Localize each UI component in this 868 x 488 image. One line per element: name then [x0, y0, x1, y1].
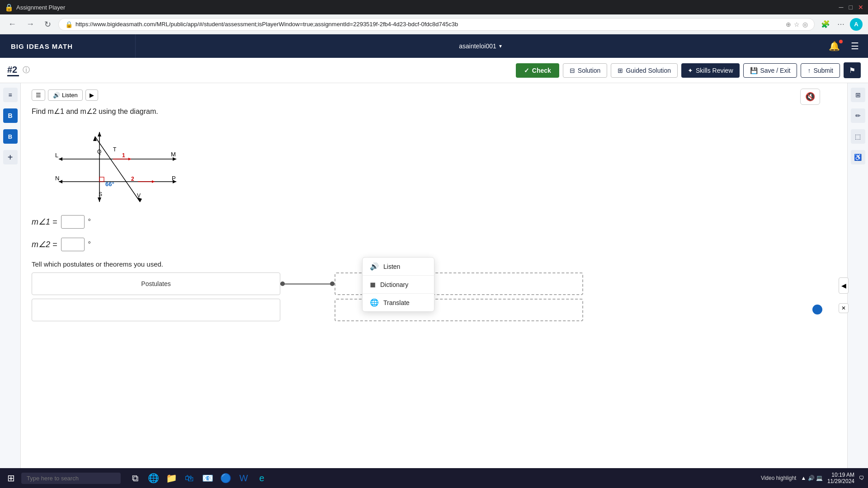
screenshot-btn[interactable]: ⬚ [851, 129, 865, 144]
listen-menu-btn[interactable]: ☰ [32, 89, 45, 101]
svg-text:S: S [99, 191, 102, 197]
header-right: 🔔 ☰ [825, 39, 868, 53]
url-text: https://www.bigideasmath.com/MRL/public/… [75, 21, 781, 28]
forward-button[interactable]: → [24, 18, 37, 31]
svg-text:Q: Q [97, 149, 101, 155]
save-exit-button[interactable]: 💾 Save / Exit [743, 63, 797, 78]
question-number-wrap: #2 [7, 65, 19, 76]
username: asainteloi001 [459, 42, 496, 50]
context-listen-label: Listen [383, 263, 400, 270]
menu-btn[interactable]: ☰ [847, 39, 863, 53]
sidebar-left: ≡ B B + [0, 83, 21, 488]
app-header: BIG IDEAS MATH asainteloi001 ▾ 🔔 ☰ [0, 34, 868, 58]
taskbar-app-outlook[interactable]: 📧 [199, 470, 216, 486]
sidebar-expand-btn[interactable]: ✕ [839, 303, 849, 313]
svg-marker-22 [128, 158, 131, 160]
taskbar-app-view[interactable]: ⧉ [127, 470, 143, 486]
submit-icon: ↑ [807, 67, 811, 74]
svg-text:P: P [172, 175, 176, 182]
back-button[interactable]: ← [5, 18, 19, 31]
taskbar-time-display: 10:19 AM [827, 472, 854, 478]
svg-rect-27 [99, 177, 104, 182]
context-dictionary-label: Dictionary [380, 281, 408, 288]
user-chevron-icon: ▾ [499, 43, 502, 49]
close-btn[interactable]: ✕ [858, 4, 863, 11]
maximize-btn[interactable]: □ [849, 4, 853, 11]
svg-text:N: N [55, 175, 59, 182]
taskbar-right: Video highlight ▲ 🔊 💻 10:19 AM 11/29/202… [761, 472, 864, 484]
taskbar-system-icons: ▲ 🔊 💻 [801, 475, 823, 481]
accessibility-btn[interactable]: ♿ [851, 150, 865, 164]
context-translate-icon: 🌐 [370, 298, 379, 307]
b2-btn[interactable]: B [3, 129, 18, 144]
lock-btn[interactable]: 🔇 [800, 89, 820, 105]
solution-icon: ⊟ [570, 67, 575, 74]
angle2-input[interactable] [61, 238, 85, 251]
play-btn[interactable]: ▶ [85, 89, 98, 101]
profile-btn[interactable]: ⋯ [835, 18, 846, 30]
context-menu: 🔊 Listen ◼ Dictionary 🌐 Translate [362, 257, 434, 312]
extensions-btn[interactable]: 🧩 [819, 18, 832, 30]
svg-marker-10 [98, 132, 101, 136]
context-translate-item[interactable]: 🌐 Translate [363, 294, 434, 311]
minimize-btn[interactable]: ─ [839, 4, 844, 11]
window-controls: ─ □ ✕ [839, 4, 863, 11]
angle2-degree: ° [88, 240, 91, 249]
notification-badge [839, 40, 843, 43]
add-btn[interactable]: + [3, 150, 18, 164]
draw-btn[interactable]: ✏ [851, 108, 865, 123]
skills-icon: ✦ [688, 67, 693, 74]
taskbar-search-input[interactable] [21, 473, 121, 484]
info-icon[interactable]: ⓘ [23, 66, 30, 75]
taskbar-app-folder[interactable]: 📁 [163, 470, 179, 486]
taskbar-app-chrome[interactable]: 🔵 [217, 470, 234, 486]
postulate-box-left-2[interactable] [32, 299, 280, 321]
tab-title: Assignment Player [16, 4, 65, 11]
blue-circle-btn[interactable] [812, 305, 822, 314]
taskbar-clock: 10:19 AM 11/29/2024 [827, 472, 854, 484]
content-area: 🔇 ☰ 🔊 Listen ▶ Find m∠1 and m∠2 using th… [21, 83, 847, 488]
check-icon: ✓ [524, 67, 529, 74]
context-dictionary-item[interactable]: ◼ Dictionary [363, 276, 434, 293]
address-bar[interactable]: 🔒 https://www.bigideasmath.com/MRL/publi… [58, 18, 815, 31]
taskbar-app-word[interactable]: W [236, 470, 252, 486]
taskbar-app-store[interactable]: 🛍 [181, 470, 198, 486]
sidebar-toggle-btn[interactable]: ◀ [839, 277, 849, 294]
taskbar-notification-icon[interactable]: 🗨 [859, 475, 864, 481]
listen-btn[interactable]: 🔊 Listen [48, 89, 83, 101]
svg-text:V: V [137, 192, 141, 199]
flag-icon: ⚑ [849, 66, 855, 74]
postulate-box-left[interactable]: Postulates [32, 272, 280, 295]
check-button[interactable]: ✓ Check [516, 63, 559, 78]
skills-review-button[interactable]: ✦ Skills Review [681, 63, 739, 78]
taskbar-date-display: 11/29/2024 [827, 478, 854, 484]
notification-btn[interactable]: 🔔 [825, 39, 844, 53]
brand-text: BIG IDEAS MATH [11, 42, 73, 50]
browser-actions: 🧩 ⋯ A [819, 18, 863, 31]
profile-avatar[interactable]: A [850, 18, 863, 31]
taskbar-app-edge[interactable]: 🌐 [145, 470, 161, 486]
guided-solution-button[interactable]: ⊞ Guided Solution [611, 63, 678, 78]
svg-text:2: 2 [131, 176, 134, 182]
solution-button[interactable]: ⊟ Solution [563, 63, 608, 78]
taskbar-apps: ⧉ 🌐 📁 🛍 📧 🔵 W e [127, 470, 270, 486]
taskbar-app-edge2[interactable]: e [254, 470, 270, 486]
submit-button[interactable]: ↑ Submit [801, 63, 840, 78]
connector-dot-left [280, 282, 285, 286]
svg-marker-2 [59, 157, 62, 161]
context-listen-item[interactable]: 🔊 Listen [363, 258, 434, 275]
user-menu[interactable]: asainteloi001 ▾ [136, 42, 825, 50]
context-dictionary-icon: ◼ [370, 280, 376, 289]
connector-line [280, 283, 335, 285]
svg-text:M: M [171, 151, 176, 158]
angle2-row: m∠2 = ° [32, 238, 836, 251]
angle1-input[interactable] [61, 215, 85, 229]
b1-btn[interactable]: B [3, 108, 18, 123]
geometry-diagram: L Q T M N P S V 1 66° 2 [41, 123, 194, 204]
start-button[interactable]: ⊞ [4, 471, 19, 485]
flag-button[interactable]: ⚑ [844, 62, 861, 78]
list-sidebar-btn[interactable]: ≡ [3, 88, 18, 102]
reload-button[interactable]: ↻ [42, 18, 54, 31]
angle2-label: m∠2 = [32, 239, 57, 249]
calculator-btn[interactable]: ⊞ [851, 88, 865, 102]
